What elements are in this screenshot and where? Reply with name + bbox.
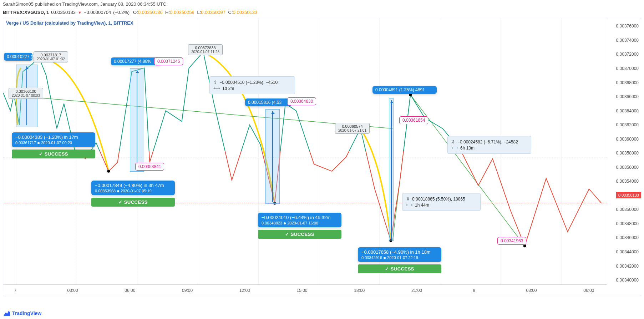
change-abs: −0.00000704 [84, 10, 111, 15]
success-badge: SUCCESS [358, 264, 441, 273]
y-tick: 0.00350000 [616, 207, 639, 212]
svg-point-12 [107, 170, 110, 173]
forecast-box[interactable]: −0.00024010 (−6.44%) in 4h 32m0.00348823… [258, 213, 341, 227]
tradingview-logo-icon [4, 311, 10, 316]
range-measure[interactable] [389, 98, 394, 241]
x-tick: 18:00 [354, 288, 365, 293]
y-tick: 0.00372000 [616, 52, 639, 57]
ohlc-h-label: H: [165, 10, 170, 15]
range-measure[interactable] [130, 68, 144, 172]
height-icon: ⇕ [406, 196, 410, 202]
x-tick: 7 [14, 288, 16, 293]
price-callout: 0.00364830 [287, 97, 316, 105]
y-tick: 0.00362000 [616, 122, 639, 127]
y-tick: 0.00342000 [616, 264, 639, 269]
y-tick: 0.00356000 [616, 165, 639, 170]
chart-title: Verge / US Dollar (calculated by Trading… [6, 20, 133, 26]
symbol: BITTREX:XVGUSD, 1 [3, 10, 49, 15]
forecast-box[interactable]: −0.00017658 (−4.90%) in 1h 18m0.00342916… [358, 247, 441, 262]
success-badge: SUCCESS [258, 230, 341, 239]
price-timestamp-label: 0.003718172020-01-07 01:32 [34, 51, 68, 62]
svg-point-11 [523, 244, 526, 247]
last-price: 0.00350133 [51, 10, 76, 15]
price-timestamp-label: 0.003661002020-01-07 00:03 [9, 88, 43, 99]
y-tick: 0.00346000 [616, 235, 639, 240]
width-icon: ⟷ [406, 202, 413, 208]
x-tick: 8 [473, 288, 475, 293]
range-label: 0.00004891 (1.35%) 4891 [372, 86, 437, 94]
x-tick: 15:00 [297, 288, 308, 293]
price-callout: 0.00353841 [135, 163, 164, 171]
measure-info[interactable]: ⇕−0.00004510 (−1.23%), −4510⟷1d 2m [209, 76, 295, 94]
x-tick: 03:00 [67, 288, 78, 293]
y-tick: 0.00368000 [616, 80, 639, 85]
y-axis: 0.003760000.003740000.003720000.00370000… [607, 18, 641, 284]
success-badge: SUCCESS [12, 150, 95, 158]
y-tick: 0.00348000 [616, 221, 639, 226]
ohlc-low: 0.00350097 [201, 10, 225, 15]
brand-footer: TradingView [4, 310, 41, 316]
ohlc-high: 0.00350259 [170, 10, 194, 15]
forecast-box[interactable]: −0.00017849 (−4.80%) in 3h 47m0.00353968… [91, 181, 175, 195]
y-tick: 0.00370000 [616, 66, 639, 71]
range-label: 0.00017277 (4.88% [111, 57, 161, 65]
range-measure[interactable] [265, 109, 280, 204]
x-tick: 03:00 [526, 288, 537, 293]
symbol-header: BITTREX:XVGUSD, 1 0.00350133 ▼ −0.000007… [0, 8, 644, 16]
y-tick: 0.00354000 [616, 179, 639, 184]
x-tick: 09:00 [182, 288, 193, 293]
x-tick: 06:00 [125, 288, 135, 293]
x-tick: 06:00 [583, 288, 594, 293]
range-label: 0.00015816 (4.53 [245, 98, 291, 106]
y-tick: 0.00364000 [616, 108, 639, 113]
ohlc-l-label: L: [197, 10, 201, 15]
success-badge: SUCCESS [91, 198, 175, 207]
x-tick: 12:00 [239, 288, 250, 293]
width-icon: ⟷ [213, 86, 220, 91]
measure-info[interactable]: ⇕−0.00024582 (−6.71%), −24582⟷6h 13m [447, 136, 531, 154]
forecast-box[interactable]: −0.00004383 (−1.20%) in 17m0.00361717202… [12, 132, 95, 147]
price-timestamp-label: 0.003728332020-01-07 11:28 [188, 44, 223, 55]
height-icon: ⇕ [213, 80, 217, 85]
price-callout: 0.00341963 [497, 237, 526, 245]
brand-name: TradingView [12, 310, 41, 316]
price-callout: 0.00371245 [154, 57, 183, 65]
y-tick: 0.00344000 [616, 249, 639, 254]
price-timestamp-label: 0.003605742020-01-07 21:01 [335, 123, 370, 134]
range-label: 0.00010227 (2 [4, 53, 32, 61]
y-tick: 0.00340000 [616, 278, 639, 283]
ohlc-c-label: C: [228, 10, 233, 15]
last-price-tag: 0.00350133 [616, 192, 641, 198]
height-icon: ⇕ [451, 139, 455, 145]
y-tick: 0.00374000 [616, 38, 639, 43]
y-tick: 0.00358000 [616, 151, 639, 156]
publish-line: SarahSimon05 published on TradingView.co… [0, 0, 644, 8]
chart-area[interactable]: Verge / US Dollar (calculated by Trading… [3, 18, 641, 296]
measure-info[interactable]: ⇕0.00018865 (5.50%), 18865⟷1h 44m [402, 193, 481, 211]
ohlc-open: 0.00350136 [138, 10, 163, 15]
x-tick: 21:00 [411, 288, 422, 293]
y-tick: 0.00366000 [616, 94, 639, 99]
price-callout: 0.00361654 [399, 116, 428, 124]
y-tick: 0.00360000 [616, 137, 639, 142]
x-axis: 703:0006:0009:0012:0015:0018:0021:00803:… [3, 284, 607, 296]
width-icon: ⟷ [451, 145, 458, 151]
ohlc-o-label: O: [133, 10, 138, 15]
ohlc-close: 0.00350133 [233, 10, 258, 15]
change-pct: (−0.2%) [113, 10, 130, 15]
down-arrow-icon: ▼ [78, 10, 82, 15]
y-tick: 0.00376000 [616, 24, 639, 29]
